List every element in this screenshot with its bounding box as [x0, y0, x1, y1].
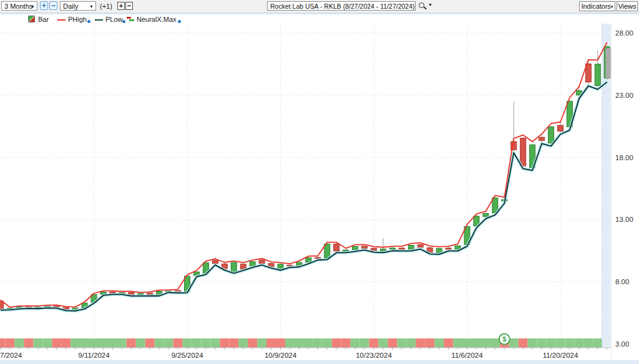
x-axis-label: 10/23/2024	[356, 352, 392, 359]
range-select[interactable]: 3 Months ▼	[1, 1, 37, 11]
y-axis-label: 3.00	[615, 340, 629, 348]
neuralx-strip-cell	[0, 338, 5, 348]
phigh-label[interactable]: PHigh	[68, 16, 87, 23]
candle[interactable]	[334, 244, 339, 251]
zoom-in-button[interactable]: +	[40, 1, 48, 10]
price-chart[interactable]: $28.0023.0018.0013.008.003.007/20249/11/…	[0, 0, 639, 364]
neuralx-strip-cell	[164, 338, 173, 348]
candle[interactable]	[231, 262, 237, 272]
neuralx-strip-cell	[528, 338, 537, 348]
candle[interactable]	[520, 138, 526, 166]
phigh-settings-dot[interactable]	[87, 20, 90, 23]
bar-series-icon[interactable]	[28, 16, 35, 22]
candle[interactable]	[399, 248, 404, 249]
neuralx-strip-cell	[266, 338, 276, 348]
candle[interactable]	[417, 244, 423, 247]
candle[interactable]	[408, 246, 414, 249]
views-button[interactable]: Views ▾	[617, 1, 638, 11]
offset-plus-button[interactable]: +	[117, 2, 125, 10]
chevron-down-icon: ▼	[428, 2, 432, 7]
candle[interactable]	[343, 250, 349, 251]
neuralx-strip-cell	[238, 338, 248, 348]
phigh-line	[1, 42, 607, 307]
neuralx-label[interactable]: NeuralX.Max	[137, 16, 177, 23]
plow-line-glow	[1, 82, 607, 311]
x-axis-label: 11/6/2024	[451, 352, 483, 359]
neuralx-strip-cell	[220, 338, 229, 348]
candle[interactable]	[539, 137, 545, 140]
ghost-bar	[606, 48, 611, 78]
candle[interactable]	[446, 248, 451, 249]
chart-window: $28.0023.0018.0013.008.003.007/20249/11/…	[0, 0, 639, 364]
chevron-down-icon: ▾	[611, 4, 613, 9]
neuralx-strip-cell	[14, 338, 24, 348]
neuralx-strip-cell	[117, 338, 127, 348]
views-button-label: Views	[618, 2, 636, 10]
window-bottom-edge	[0, 360, 639, 364]
indicators-button[interactable]: Indicators▾	[579, 1, 615, 11]
neuralx-strip-cell	[145, 338, 155, 348]
neuralx-strip-cell	[434, 338, 444, 348]
neuralx-strip-cell	[52, 338, 61, 348]
bar-series-label[interactable]: Bar	[38, 16, 49, 23]
candle[interactable]	[250, 262, 255, 266]
search-icon-handle	[424, 6, 427, 9]
axis-separator	[611, 24, 612, 359]
neuralx-strip-cell	[155, 338, 164, 348]
neuralx-strip-cell	[304, 338, 313, 348]
neuralx-strip-cell	[248, 338, 257, 348]
candle[interactable]	[558, 125, 563, 131]
neuralx-strip-cell	[462, 338, 472, 348]
neuralx-strip-cell	[583, 338, 593, 348]
timeframe-select-value: Daily	[63, 2, 78, 10]
offset-minus-button[interactable]: −	[125, 2, 133, 10]
candle[interactable]	[549, 127, 554, 143]
neuralx-strip-cell	[99, 338, 108, 348]
timeframe-select[interactable]: Daily ▼	[60, 1, 96, 11]
candle[interactable]	[353, 247, 358, 250]
candle[interactable]	[389, 248, 395, 249]
neuralx-strip-cell	[547, 338, 556, 348]
candle[interactable]	[212, 261, 218, 264]
y-axis-label: 18.00	[615, 154, 633, 161]
neuralx-strip-cell	[519, 338, 528, 348]
neuralx-strip-cell	[42, 338, 52, 348]
neuralx-strip-cell	[509, 338, 519, 348]
plow-label[interactable]: PLow	[105, 16, 123, 23]
y-axis-label: 13.00	[615, 216, 633, 223]
neuralx-strip-cell	[332, 338, 341, 348]
neuralx-strip-cell	[108, 338, 117, 348]
candle[interactable]	[595, 64, 600, 85]
neuralx-strip-cell	[173, 338, 183, 348]
candle[interactable]	[483, 213, 489, 216]
neuralx-strip-cell	[565, 338, 574, 348]
symbol-search-field[interactable]: Rocket Lab USA - RKLB (8/27/2024 - 11/27…	[267, 1, 416, 11]
neuralx-strip-cell	[472, 338, 481, 348]
plow-settings-dot[interactable]	[122, 20, 125, 23]
neuralx-strip-cell	[444, 338, 453, 348]
neuralx-strip-cell	[388, 338, 397, 348]
neuralx-strip-cell	[369, 338, 379, 348]
neuralx-strip-cell	[71, 338, 80, 348]
neuralx-strip-cell	[397, 338, 406, 348]
zoom-out-button[interactable]: −	[49, 1, 57, 10]
neuralx-strip-cell	[33, 338, 42, 348]
neuralx-settings-dot[interactable]	[178, 20, 181, 23]
neuralx-strip-cell	[229, 338, 238, 348]
neuralx-strip-cell	[453, 338, 462, 348]
chevron-down-icon: ▼	[31, 2, 35, 11]
candle[interactable]	[362, 246, 368, 248]
candle[interactable]	[315, 257, 321, 259]
y-axis-label: 28.00	[615, 29, 633, 37]
range-select-value: 3 Months	[4, 2, 32, 10]
search-button[interactable]: ▼	[419, 2, 432, 11]
candle[interactable]	[259, 260, 265, 264]
toolbar: 3 Months ▼ + − Daily ▼ (+1) + − Rocket L…	[0, 0, 639, 13]
neuralx-strip-cell	[351, 338, 360, 348]
neuralx-strip-cell	[406, 338, 416, 348]
neuralx-icon	[127, 17, 134, 22]
neuralx-strip-cell	[5, 338, 14, 348]
neuralx-strip-cell	[285, 338, 295, 348]
candle[interactable]	[324, 244, 330, 258]
bar-offset-label: (+1)	[100, 2, 112, 10]
